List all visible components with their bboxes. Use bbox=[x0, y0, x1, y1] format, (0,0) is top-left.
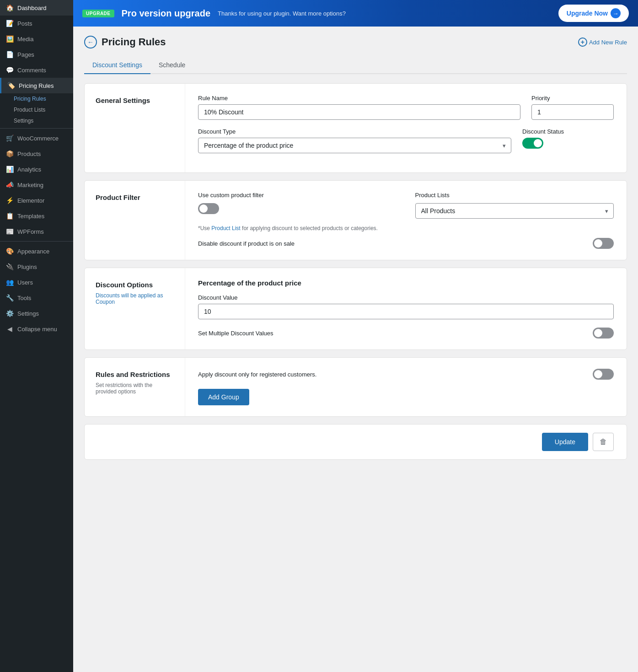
discount-type-label: Discount Type bbox=[198, 128, 511, 135]
sidebar-item-tools[interactable]: 🔧 Tools bbox=[0, 290, 73, 306]
sidebar-item-label: WooCommerce bbox=[17, 135, 59, 142]
update-button[interactable]: Update bbox=[542, 433, 588, 451]
delete-button[interactable]: 🗑 bbox=[593, 433, 614, 451]
custom-filter-toggle[interactable] bbox=[198, 203, 219, 214]
apply-registered-toggle[interactable] bbox=[593, 369, 614, 380]
apply-registered-row: Apply discount only for registered custo… bbox=[198, 369, 614, 380]
posts-icon: 📝 bbox=[5, 19, 14, 27]
multiple-discount-toggle[interactable] bbox=[593, 328, 614, 339]
sidebar-item-label: Templates bbox=[17, 213, 44, 220]
sidebar-item-media[interactable]: 🖼️ Media bbox=[0, 31, 73, 47]
rules-body: Apply discount only for registered custo… bbox=[185, 358, 627, 416]
discount-options-card: Discount Options Discounts will be appli… bbox=[84, 268, 627, 350]
sidebar-item-dashboard[interactable]: 🏠 Dashboard bbox=[0, 0, 73, 16]
sidebar-item-plugins[interactable]: 🔌 Plugins bbox=[0, 259, 73, 274]
sidebar-item-label: Pricing Rules bbox=[19, 82, 54, 89]
tab-label: Schedule bbox=[159, 61, 185, 69]
tab-discount-settings[interactable]: Discount Settings bbox=[84, 57, 150, 74]
apply-registered-label: Apply discount only for registered custo… bbox=[198, 371, 316, 378]
discount-status-toggle[interactable] bbox=[522, 138, 543, 149]
product-filter-sidebar: Product Filter bbox=[85, 181, 185, 260]
sidebar-item-woocommerce[interactable]: 🛒 WooCommerce bbox=[0, 130, 73, 146]
sidebar-item-elementor[interactable]: ⚡ Elementor bbox=[0, 193, 73, 208]
discount-options-body: Percentage of the product price Discount… bbox=[185, 268, 627, 349]
discount-type-group: Discount Type Percentage of the product … bbox=[198, 128, 511, 153]
discount-value-group: Discount Value bbox=[198, 294, 614, 319]
sidebar-item-appearance[interactable]: 🎨 Appearance bbox=[0, 243, 73, 259]
disable-sale-label: Disable discount if product is on sale bbox=[198, 240, 295, 247]
upgrade-now-button[interactable]: Upgrade Now → bbox=[558, 5, 629, 22]
pricing-rules-icon: 🏷️ bbox=[7, 81, 15, 90]
comments-icon: 💬 bbox=[5, 66, 14, 74]
pages-icon: 📄 bbox=[5, 50, 14, 59]
add-group-label: Add Group bbox=[208, 393, 239, 401]
woocommerce-icon: 🛒 bbox=[5, 134, 14, 142]
product-lists-col: Product Lists All Products List 1 List 2 bbox=[415, 192, 614, 219]
custom-filter-col: Use custom product filter bbox=[198, 192, 397, 214]
discount-status-toggle-wrapper bbox=[522, 138, 614, 149]
discount-subtitle: Percentage of the product price bbox=[198, 279, 614, 287]
delete-icon: 🗑 bbox=[600, 438, 607, 446]
disable-sale-toggle[interactable] bbox=[593, 238, 614, 249]
sidebar-item-label: Elementor bbox=[17, 197, 44, 204]
sidebar-item-pages[interactable]: 📄 Pages bbox=[0, 47, 73, 62]
discount-value-input[interactable] bbox=[198, 304, 614, 319]
discount-type-select[interactable]: Percentage of the product price Fixed di… bbox=[198, 138, 511, 153]
sidebar-item-label: Comments bbox=[17, 67, 46, 74]
rules-desc: Set restrictions with the provided optio… bbox=[96, 382, 174, 395]
discount-type-select-wrapper: Percentage of the product price Fixed di… bbox=[198, 138, 511, 153]
sidebar-item-label: Marketing bbox=[17, 182, 43, 188]
product-lists-label: Product Lists bbox=[415, 192, 614, 199]
sidebar-item-settings[interactable]: ⚙️ Settings bbox=[0, 306, 73, 321]
sidebar-item-users[interactable]: 👥 Users bbox=[0, 274, 73, 290]
rule-name-input[interactable] bbox=[198, 104, 520, 120]
sidebar-item-wpforms[interactable]: 📰 WPForms bbox=[0, 224, 73, 239]
sidebar-item-label: Analytics bbox=[17, 166, 41, 173]
sidebar-item-label: Dashboard bbox=[17, 5, 47, 11]
sidebar-item-products[interactable]: 📦 Products bbox=[0, 146, 73, 161]
discount-status-label: Discount Status bbox=[522, 128, 614, 135]
sidebar-item-label: Tools bbox=[17, 295, 31, 301]
rule-name-group: Rule Name bbox=[198, 95, 520, 120]
sidebar-item-analytics[interactable]: 📊 Analytics bbox=[0, 161, 73, 177]
sidebar-item-posts[interactable]: 📝 Posts bbox=[0, 16, 73, 31]
sidebar-item-label: Settings bbox=[17, 310, 39, 317]
rules-sidebar: Rules and Restrictions Set restrictions … bbox=[85, 358, 185, 416]
sidebar-item-label: Posts bbox=[17, 20, 32, 27]
upgrade-badge: UPGRADE bbox=[82, 10, 114, 17]
elementor-icon: ⚡ bbox=[5, 196, 14, 204]
sidebar-item-pricing-rules-parent[interactable]: 🏷️ Pricing Rules bbox=[0, 78, 73, 93]
plugins-icon: 🔌 bbox=[5, 263, 14, 271]
sidebar-item-label: Media bbox=[17, 36, 33, 43]
general-settings-card: General Settings Rule Name Priority Disc… bbox=[84, 83, 627, 173]
disable-sale-row: Disable discount if product is on sale bbox=[198, 238, 614, 249]
discount-options-title: Discount Options bbox=[96, 281, 174, 289]
discount-type-status-row: Discount Type Percentage of the product … bbox=[198, 128, 614, 153]
general-settings-title: General Settings bbox=[96, 97, 174, 104]
add-group-button[interactable]: Add Group bbox=[198, 389, 249, 405]
priority-input[interactable] bbox=[531, 104, 614, 120]
sub-label: Settings bbox=[14, 118, 33, 124]
priority-group: Priority bbox=[531, 95, 614, 120]
sidebar-item-comments[interactable]: 💬 Comments bbox=[0, 62, 73, 78]
sidebar-sub-pricing-rules[interactable]: Pricing Rules bbox=[0, 93, 73, 104]
tab-schedule[interactable]: Schedule bbox=[150, 57, 193, 74]
sidebar-sub-product-lists[interactable]: Product Lists bbox=[0, 104, 73, 115]
sidebar-item-templates[interactable]: 📋 Templates bbox=[0, 208, 73, 224]
back-button[interactable]: ← bbox=[84, 36, 97, 48]
add-new-rule-button[interactable]: + Add New Rule bbox=[578, 38, 627, 47]
sidebar-item-collapse[interactable]: ◀ Collapse menu bbox=[0, 321, 73, 337]
sidebar-sub-settings[interactable]: Settings bbox=[0, 115, 73, 126]
sidebar-item-marketing[interactable]: 📣 Marketing bbox=[0, 177, 73, 193]
update-label: Update bbox=[555, 438, 575, 446]
sidebar: 🏠 Dashboard 📝 Posts 🖼️ Media 📄 Pages 💬 C… bbox=[0, 0, 73, 672]
bottom-bar: Update 🗑 bbox=[84, 424, 627, 460]
page-title-group: ← Pricing Rules bbox=[84, 36, 166, 48]
product-list-link[interactable]: Product List bbox=[211, 225, 240, 231]
plus-circle-icon: + bbox=[578, 38, 587, 47]
upgrade-arrow-icon: → bbox=[611, 8, 621, 18]
priority-label: Priority bbox=[531, 95, 614, 102]
product-lists-select[interactable]: All Products List 1 List 2 bbox=[415, 203, 614, 219]
sidebar-item-label: Appearance bbox=[17, 248, 49, 255]
filter-top-row: Use custom product filter Product Lists … bbox=[198, 192, 614, 219]
